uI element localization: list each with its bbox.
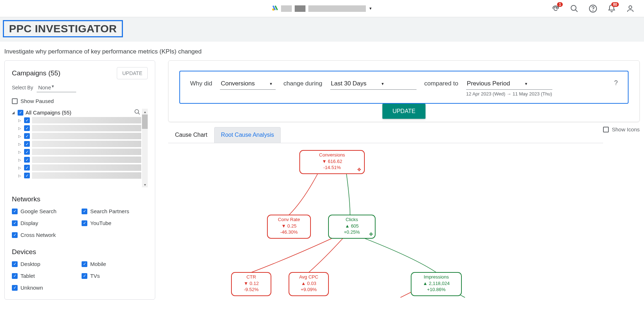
- network-checkbox[interactable]: ✓YouTube: [82, 220, 148, 226]
- redacted-block: [32, 149, 141, 155]
- checkbox-icon[interactable]: ✓: [24, 173, 30, 178]
- search-button[interactable]: [569, 4, 579, 14]
- device-checkbox[interactable]: ✓Desktop: [12, 261, 78, 267]
- account-selector[interactable]: ▼: [272, 5, 372, 13]
- change-during-label: change during: [284, 79, 322, 87]
- device-checkbox[interactable]: ✓TVs: [82, 273, 148, 279]
- tabs: Cause Chart Root Cause Analysis: [168, 127, 603, 143]
- checkbox-icon[interactable]: ✓: [24, 165, 30, 170]
- tree-scrollbar[interactable]: ▴ ▾: [142, 109, 148, 187]
- checkbox-icon[interactable]: ✓: [18, 110, 23, 116]
- network-checkbox[interactable]: ✓Search Partners: [82, 208, 148, 214]
- tab-root-cause[interactable]: Root Cause Analysis: [214, 127, 281, 143]
- device-label: Tablet: [20, 273, 35, 279]
- svg-text:+10.86%: +10.86%: [427, 287, 446, 292]
- sidebar-update-button[interactable]: UPDATE: [117, 67, 148, 79]
- device-checkbox[interactable]: ✓Unknown: [12, 285, 78, 291]
- account-button[interactable]: [625, 4, 635, 14]
- tree-item[interactable]: ▷✓: [12, 116, 141, 124]
- collapse-icon[interactable]: ◢: [12, 111, 15, 114]
- redacted-block: [32, 156, 141, 163]
- metric-value: Conversions: [221, 80, 255, 87]
- chevron-down-icon: ▼: [51, 84, 55, 88]
- expand-icon[interactable]: ▷: [18, 158, 22, 162]
- node-clicks[interactable]: Clicks ▲ 605 +0.25% ✥: [328, 215, 375, 238]
- svg-text:▼ 0.12: ▼ 0.12: [244, 281, 259, 286]
- redacted-block: [308, 5, 366, 12]
- network-checkbox[interactable]: ✓Google Search: [12, 208, 78, 214]
- tree-item[interactable]: ▷✓: [12, 124, 141, 132]
- ads-logo-icon: [272, 5, 278, 13]
- checkbox-icon[interactable]: ✓: [24, 133, 30, 139]
- checkbox-icon[interactable]: ✓: [24, 157, 30, 163]
- scrollbar-thumb[interactable]: [142, 114, 148, 129]
- help-button[interactable]: [588, 4, 598, 14]
- cause-tree-chart[interactable]: Conversions ▼ 616.62 -14.51% ✥ Conv Rate…: [168, 147, 640, 298]
- tree-item[interactable]: ▷✓: [12, 148, 141, 156]
- checkbox-icon[interactable]: ✓: [24, 149, 30, 155]
- comparison-dropdown[interactable]: Previous Period ▼: [466, 79, 552, 90]
- show-icons-label: Show Icons: [612, 126, 640, 132]
- campaigns-heading: Campaigns (55): [12, 69, 60, 77]
- device-checkbox[interactable]: ✓Mobile: [82, 261, 148, 267]
- devices-heading: Devices: [12, 248, 148, 256]
- scroll-down-icon[interactable]: ▾: [142, 182, 148, 187]
- expand-icon[interactable]: ▷: [18, 166, 22, 170]
- checkbox-icon[interactable]: ✓: [24, 125, 30, 131]
- tree-item[interactable]: ▷✓: [12, 140, 141, 148]
- svg-text:Impressions: Impressions: [424, 274, 449, 280]
- period-value: Last 30 Days: [331, 80, 367, 87]
- network-checkbox[interactable]: ✓Cross Network: [12, 232, 78, 238]
- show-paused-checkbox[interactable]: Show Paused: [12, 98, 148, 104]
- svg-point-4: [593, 10, 593, 11]
- move-icon[interactable]: ✥: [357, 167, 361, 172]
- node-impressions[interactable]: Impressions ▲ 2,118,024 +10.86%: [411, 272, 461, 296]
- redacted-block: [281, 5, 292, 12]
- node-avgcpc[interactable]: Avg CPC ▲ 0.03 +9.09%: [289, 272, 328, 296]
- move-icon[interactable]: ✥: [369, 232, 373, 237]
- expand-icon[interactable]: ▷: [18, 118, 22, 122]
- query-help-button[interactable]: ?: [614, 79, 618, 87]
- svg-text:▲ 605: ▲ 605: [345, 223, 359, 229]
- network-checkbox[interactable]: ✓Display: [12, 220, 78, 226]
- checkbox-icon: ✓: [12, 209, 18, 214]
- node-ctr[interactable]: CTR ▼ 0.12 -9.52%: [231, 272, 271, 296]
- node-conversions[interactable]: Conversions ▼ 616.62 -14.51% ✥: [300, 150, 364, 174]
- main-update-button[interactable]: UPDATE: [382, 104, 426, 119]
- network-label: Google Search: [20, 208, 56, 214]
- chevron-down-icon: ▼: [369, 6, 372, 10]
- comparison-value: Previous Period: [467, 80, 510, 87]
- refresh-button[interactable]: 1: [551, 4, 561, 14]
- select-by-dropdown[interactable]: None ▼: [37, 83, 76, 92]
- expand-icon[interactable]: ▷: [18, 150, 22, 154]
- expand-icon[interactable]: ▷: [18, 126, 22, 130]
- tree-root[interactable]: ◢ ✓ All Campaigns (55): [12, 109, 141, 116]
- period-dropdown[interactable]: Last 30 Days ▼: [330, 79, 417, 90]
- tree-item[interactable]: ▷✓: [12, 172, 141, 179]
- tree-item[interactable]: ▷✓: [12, 132, 141, 140]
- checkbox-icon[interactable]: ✓: [24, 141, 30, 147]
- expand-icon[interactable]: ▷: [18, 142, 22, 146]
- show-icons-checkbox[interactable]: Show Icons: [603, 122, 640, 132]
- metric-dropdown[interactable]: Conversions ▼: [220, 79, 275, 90]
- checkbox-icon: ✓: [12, 220, 18, 226]
- tab-cause-chart[interactable]: Cause Chart: [168, 127, 214, 143]
- checkbox-icon[interactable]: ✓: [24, 117, 30, 123]
- search-icon[interactable]: [134, 109, 141, 116]
- notifications-button[interactable]: 80: [607, 4, 617, 14]
- networks-heading: Networks: [12, 195, 148, 203]
- checkbox-icon: ✓: [82, 209, 87, 214]
- redacted-block: [32, 117, 141, 123]
- node-convrate[interactable]: Conv Rate ▼ 0.25 -46.30%: [267, 215, 310, 238]
- device-checkbox[interactable]: ✓Tablet: [12, 273, 78, 279]
- tree-item[interactable]: ▷✓: [12, 164, 141, 172]
- expand-icon[interactable]: ▷: [18, 174, 22, 178]
- chevron-down-icon: ▼: [381, 82, 385, 86]
- checkbox-icon: [12, 98, 18, 104]
- query-box: Why did Conversions ▼ change during Last…: [179, 71, 629, 104]
- expand-icon[interactable]: ▷: [18, 134, 22, 138]
- tree-item[interactable]: ▷✓: [12, 156, 141, 164]
- scroll-up-icon[interactable]: ▴: [142, 109, 148, 114]
- checkbox-icon: ✓: [12, 232, 18, 238]
- svg-text:+0.25%: +0.25%: [344, 229, 360, 235]
